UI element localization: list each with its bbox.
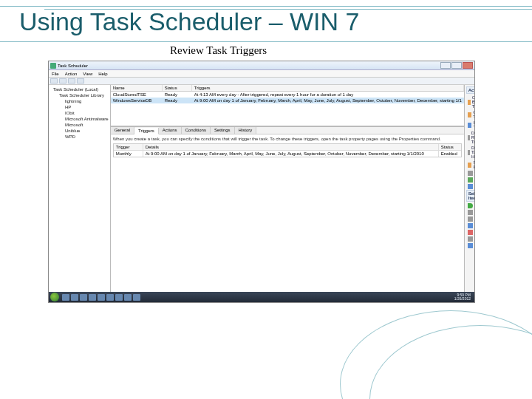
action-refresh[interactable]: Refresh <box>466 177 474 183</box>
action-create-basic[interactable]: Create Basic Task... <box>466 95 474 109</box>
toolbar-up-icon[interactable] <box>68 78 75 83</box>
menu-view[interactable]: View <box>83 72 92 76</box>
tree-folder[interactable]: Microsoft <box>50 122 109 128</box>
taskbar-app-icon[interactable] <box>89 294 96 301</box>
toolbar-refresh-icon[interactable] <box>77 78 84 83</box>
trigger-status: Enabled <box>439 151 461 157</box>
taskbar-app-icon[interactable] <box>71 294 78 301</box>
th-status[interactable]: Status <box>439 144 461 150</box>
taskbar-app-icon[interactable] <box>124 294 132 301</box>
action-disable[interactable]: Disable <box>466 216 474 222</box>
taskbar-app-icon[interactable] <box>80 294 87 301</box>
tab-general[interactable]: General <box>111 127 134 134</box>
tab-history[interactable]: History <box>235 127 257 134</box>
task-name: CloudStoredTSE <box>111 92 163 97</box>
action-label: Import Task... <box>473 120 474 129</box>
col-status[interactable]: Status <box>163 85 192 91</box>
action-view[interactable]: View <box>466 170 474 177</box>
tree-folder[interactable]: Uniblue <box>50 128 109 134</box>
stop-icon <box>468 210 473 215</box>
actions-header: Actions <box>466 86 474 94</box>
tab-triggers[interactable]: Triggers <box>134 128 159 134</box>
window-title: Task Scheduler <box>58 64 88 68</box>
tree-folder[interactable]: lightning <box>50 98 109 104</box>
help-icon <box>468 184 473 189</box>
action-label: Disable All Tasks History <box>471 146 474 159</box>
close-button[interactable] <box>463 62 473 69</box>
task-triggers: At 4:13 AM every day - After triggered, … <box>192 92 464 97</box>
action-disable-history[interactable]: Disable All Tasks History <box>466 145 474 160</box>
system-tray-clock[interactable]: 9:59 PM 1/26/2012 <box>452 293 473 301</box>
content-area: Name Status Triggers CloudStoredTSE Read… <box>111 85 464 302</box>
task-triggers: At 9:00 AM on day 1 of January, February… <box>192 98 464 103</box>
tab-actions[interactable]: Actions <box>159 127 182 134</box>
triggers-description: When you create a task, you can specify … <box>113 137 462 141</box>
task-list-header: Name Status Triggers <box>111 85 464 92</box>
refresh-icon <box>468 177 473 183</box>
action-end[interactable]: End <box>466 209 474 216</box>
selected-header: Selected Item <box>466 190 474 202</box>
tab-settings[interactable]: Settings <box>211 127 235 134</box>
windows-taskbar: 9:59 PM 1/26/2012 <box>49 292 474 302</box>
action-label: Display All Running Tasks... <box>471 131 474 144</box>
minimize-button[interactable] <box>440 62 451 69</box>
trigger-type: Monthly <box>114 151 143 157</box>
action-export[interactable]: Export... <box>466 222 474 229</box>
tab-body: When you create a task, you can specify … <box>111 134 464 302</box>
col-triggers[interactable]: Triggers <box>192 85 464 91</box>
menu-file[interactable]: File <box>52 72 59 76</box>
task-icon <box>468 100 471 105</box>
tree-folder[interactable]: Microsoft Antimalware <box>50 116 109 122</box>
import-icon <box>468 123 472 128</box>
action-help[interactable]: Help <box>466 183 474 190</box>
taskbar-app-icon[interactable] <box>62 294 69 301</box>
taskbar-app-icon[interactable] <box>98 294 105 301</box>
task-row[interactable]: CloudStoredTSE Ready At 4:13 AM every da… <box>111 92 464 98</box>
action-label: Create Task... <box>473 110 474 119</box>
th-trigger[interactable]: Trigger <box>114 144 143 150</box>
history-icon <box>468 150 470 155</box>
taskbar-app-icon[interactable] <box>133 294 140 301</box>
slide-subtitle: Review Task Triggers <box>170 44 267 57</box>
action-display-running[interactable]: Display All Running Tasks... <box>466 130 474 145</box>
taskbar-app-icon[interactable] <box>106 294 114 301</box>
navigation-tree[interactable]: Task Scheduler (Local) Task Scheduler Li… <box>49 85 111 302</box>
task-status: Ready <box>163 92 192 97</box>
decorative-line <box>0 41 532 42</box>
action-label: Create Basic Task... <box>472 95 474 109</box>
col-name[interactable]: Name <box>111 85 163 91</box>
play-icon <box>468 203 473 208</box>
menu-action[interactable]: Action <box>65 72 78 76</box>
trigger-row[interactable]: Monthly At 9:00 AM on day 1 of January, … <box>114 151 461 157</box>
tree-root[interactable]: Task Scheduler (Local) <box>50 86 109 92</box>
trigger-details: At 9:00 AM on day 1 of January, February… <box>143 151 439 157</box>
th-details[interactable]: Details <box>143 144 439 150</box>
toolbar-forward-icon[interactable] <box>59 78 66 83</box>
action-new-folder[interactable]: New Folder... <box>466 160 474 170</box>
action-delete[interactable]: Delete <box>466 236 474 242</box>
start-button[interactable] <box>50 293 59 301</box>
toolbar-back-icon[interactable] <box>50 78 58 83</box>
task-name: WindowsServiceDB <box>111 98 163 103</box>
folder-icon <box>468 163 472 168</box>
task-row[interactable]: WindowsServiceDB Ready At 9:00 AM on day… <box>111 98 464 103</box>
maximize-button[interactable] <box>451 62 462 69</box>
export-icon <box>468 223 473 228</box>
taskbar-app-icon[interactable] <box>115 294 123 301</box>
action-create-task[interactable]: Create Task... <box>466 109 474 120</box>
menu-help[interactable]: Help <box>98 72 107 76</box>
action-label: New Folder... <box>473 160 474 169</box>
action-import[interactable]: Import Task... <box>466 120 474 130</box>
view-icon <box>468 171 473 176</box>
help-icon <box>468 243 473 248</box>
tab-conditions[interactable]: Conditions <box>182 127 211 134</box>
action-run[interactable]: Run <box>466 202 474 209</box>
tree-library[interactable]: Task Scheduler Library <box>50 92 109 98</box>
tree-folder[interactable]: HP <box>50 104 109 110</box>
menu-bar: File Action View Help <box>49 70 474 78</box>
tree-folder[interactable]: IObit <box>50 110 109 116</box>
action-help2[interactable]: Help <box>466 242 474 249</box>
tree-folder[interactable]: WPD <box>50 134 109 140</box>
action-properties[interactable]: Properties <box>466 229 474 236</box>
disable-icon <box>468 216 473 222</box>
